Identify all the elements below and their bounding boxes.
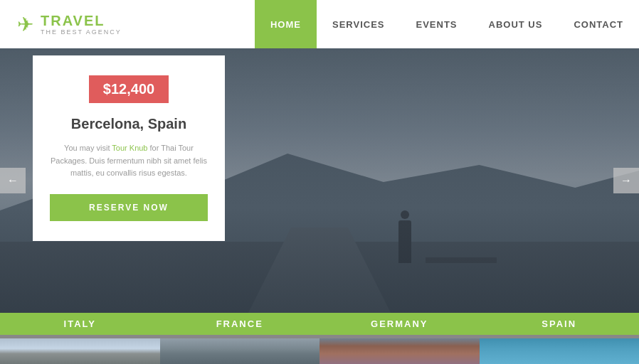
- hero-section: ← → $12,400 Bercelona, Spain You may vis…: [0, 48, 639, 313]
- header: ✈ TRAVEL THE BEST AGENCY HOME SERVICES E…: [0, 0, 639, 48]
- nav-about[interactable]: ABOUT US: [473, 0, 559, 48]
- arrow-right-icon: →: [620, 174, 632, 187]
- logo-area: ✈ TRAVEL THE BEST AGENCY: [0, 0, 255, 48]
- logo-title: TRAVEL: [41, 13, 122, 28]
- nav-events[interactable]: EVENTS: [401, 0, 473, 48]
- card-city: Bercelona, Spain: [50, 116, 208, 132]
- nav-services[interactable]: SERVICES: [317, 0, 401, 48]
- hero-next-button[interactable]: →: [613, 168, 639, 193]
- logo-subtitle: THE BEST AGENCY: [41, 28, 122, 36]
- dest-italy[interactable]: ITALY: [0, 313, 160, 364]
- destinations-row: ITALY FRANCE GERMANY SPAIN: [0, 313, 639, 364]
- dest-germany-label: GERMANY: [320, 313, 480, 335]
- desc-before: You may visit: [64, 144, 112, 152]
- price-badge: $12,400: [89, 75, 169, 103]
- dest-spain-label: SPAIN: [480, 313, 640, 335]
- logo-text: TRAVEL THE BEST AGENCY: [41, 13, 122, 36]
- main-nav: HOME SERVICES EVENTS ABOUT US CONTACT: [255, 0, 639, 48]
- dest-spain-image: [480, 338, 640, 364]
- hero-prev-button[interactable]: ←: [0, 168, 26, 193]
- nav-home[interactable]: HOME: [255, 0, 317, 48]
- dest-france[interactable]: FRANCE: [160, 313, 320, 364]
- dest-france-label: FRANCE: [160, 313, 320, 335]
- dest-italy-label: ITALY: [0, 313, 160, 335]
- dest-germany-image: [320, 338, 480, 364]
- card-description: You may visit Tour Knub for Thai Tour Pa…: [50, 142, 208, 180]
- arrow-left-icon: ←: [7, 174, 19, 187]
- tour-link[interactable]: Tour Knub: [112, 144, 147, 152]
- dest-spain[interactable]: SPAIN: [480, 313, 640, 364]
- dest-germany[interactable]: GERMANY: [320, 313, 480, 364]
- reserve-now-button[interactable]: RESERVE NOW: [50, 194, 208, 221]
- dest-france-image: [160, 338, 320, 364]
- nav-contact[interactable]: CONTACT: [558, 0, 639, 48]
- plane-icon: ✈: [17, 13, 33, 36]
- dest-italy-image: [0, 338, 160, 364]
- hero-info-card: $12,400 Bercelona, Spain You may visit T…: [33, 55, 225, 241]
